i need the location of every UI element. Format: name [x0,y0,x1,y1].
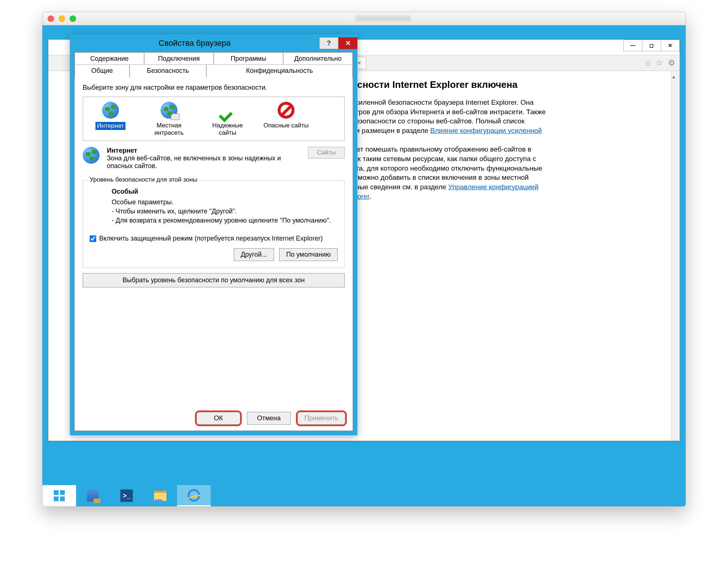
tab-connections[interactable]: Подключения [144,52,214,65]
windows-logo-icon [54,490,65,501]
zone-internet[interactable]: Интернет [87,101,134,137]
scrollbar[interactable]: ▴ [671,71,680,441]
level-name: Особый [112,188,338,196]
zone-description: Интернет Зона для веб-сайтов, не включен… [83,147,345,170]
zone-name: Интернет [107,147,137,154]
forbid-icon [278,102,294,119]
tab-security[interactable]: Безопасность [130,64,206,77]
zone-desc-text: Зона для веб-сайтов, не включенных в зон… [107,155,303,170]
close-button[interactable]: ✕ [338,37,357,49]
sites-button[interactable]: Сайты [308,147,345,159]
globe-icon [102,102,119,119]
custom-level-button[interactable]: Другой... [234,248,274,261]
tab-privacy[interactable]: Конфиденциальность [206,64,353,77]
gear-icon[interactable]: ⚙ [668,58,675,68]
dialog-body: Содержание Подключения Программы Дополни… [74,52,353,431]
minimize-button[interactable]: — [623,40,642,51]
file-explorer-icon [154,491,166,501]
close-button[interactable]: ✕ [661,40,680,51]
mac-title [356,16,410,22]
zone-trusted[interactable]: Надежные сайты [204,101,251,137]
maximize-button[interactable]: ◻ [642,40,661,51]
tab-close-icon[interactable]: ✕ [357,60,361,66]
default-level-button[interactable]: По умолчанию [279,248,338,261]
powershell-icon: >_ [120,489,133,502]
zone-prompt: Выберите зону для настройки ее параметро… [83,84,345,92]
protected-mode-row: Включить защищенный режим (потребуется п… [90,235,338,242]
dialog-title: Свойства браузера [70,38,319,48]
taskbar-server-manager[interactable] [76,485,110,506]
globe-local-icon [161,102,177,119]
mac-zoom-icon[interactable] [70,15,76,22]
ie-window-controls: — ◻ ✕ [624,40,680,51]
home-icon[interactable]: ⌂ [646,58,650,68]
body-text: усиленной безопасности браузера Internet… [352,98,669,201]
ok-button[interactable]: ОК [196,412,240,425]
ie-toolbar-icons: ⌂ ☆ ⚙ [646,58,675,68]
taskbar-ie[interactable] [177,485,211,506]
dialog-titlebar: Свойства браузера ? ✕ [70,34,357,52]
tab-advanced[interactable]: Дополнительно [283,52,353,65]
zone-list: Интернет Местная интрасеть Надежные сайт… [83,97,345,141]
zone-restricted[interactable]: Опасные сайты [262,101,310,137]
mac-minimize-icon[interactable] [59,15,65,22]
help-button[interactable]: ? [319,37,338,49]
page-heading: асности Internet Explorer включена [352,78,669,91]
protected-mode-checkbox[interactable] [90,235,96,242]
scroll-up-icon[interactable]: ▴ [672,73,675,80]
start-button[interactable] [42,485,76,506]
windows-desktop: — ◻ ✕ ной... ✕ ⌂ ☆ ⚙ асности Internet Ex… [42,25,686,506]
security-panel: Выберите зону для настройки ее параметро… [75,77,353,294]
tab-content[interactable]: Содержание [75,52,144,65]
mac-close-icon[interactable] [48,15,54,22]
group-title: Уровень безопасности для этой зоны [87,176,199,183]
server-manager-icon [87,490,99,502]
link-esc-manage[interactable]: Управление конфигурацией [448,183,539,191]
globe-icon [83,147,100,164]
tab-strip: Содержание Подключения Программы Дополни… [75,52,353,77]
dialog-buttons: ОК Отмена Применить [196,412,345,425]
taskbar: >_ [42,485,686,506]
link-esc-impact[interactable]: Влияние конфигурации усиленной [430,127,542,134]
internet-options-dialog: Свойства браузера ? ✕ Содержание Подключ… [70,34,357,435]
security-level-group: Уровень безопасности для этой зоны Особы… [83,180,345,268]
ie-icon [188,489,200,502]
reset-all-zones-button[interactable]: Выбрать уровень безопасности по умолчани… [83,273,345,287]
zone-intranet[interactable]: Местная интрасеть [145,101,193,137]
favorites-icon[interactable]: ☆ [656,58,663,68]
tab-programs[interactable]: Программы [214,52,283,65]
apply-button[interactable]: Применить [297,412,345,425]
protected-mode-label: Включить защищенный режим (потребуется п… [99,235,323,242]
mac-titlebar [42,12,686,25]
taskbar-powershell[interactable]: >_ [110,485,143,506]
mac-window: — ◻ ✕ ной... ✕ ⌂ ☆ ⚙ асности Internet Ex… [42,12,686,507]
tab-general[interactable]: Общие [75,64,130,77]
level-body: Особый Особые параметры. - Чтобы изменит… [90,188,338,226]
taskbar-explorer[interactable] [143,485,177,506]
check-icon [219,102,236,118]
cancel-button[interactable]: Отмена [247,412,291,425]
